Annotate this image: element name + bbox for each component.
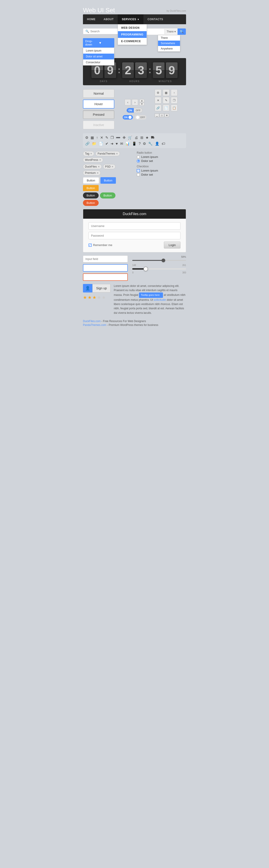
nav-item-services[interactable]: SERVICES ▼ Web design Programming E-comm… (118, 14, 143, 24)
search-dropdown-item-3[interactable]: Anywhere (158, 46, 180, 51)
search-dropdown-item-1[interactable]: There (158, 35, 180, 40)
icon-print[interactable]: 🖨 (135, 136, 138, 140)
icon-star[interactable]: ★ (145, 135, 148, 140)
slider-1-knob[interactable] (162, 258, 165, 262)
radio-option-2[interactable]: Dolor set (137, 159, 186, 163)
footer-link-2[interactable]: PandaThemes.com (83, 323, 106, 327)
down-button[interactable]: ▼ (139, 102, 144, 106)
input-normal[interactable] (83, 255, 128, 262)
search-select[interactable]: There ▾ (165, 29, 177, 34)
arrow-left-button[interactable]: ‹ (125, 99, 131, 105)
dropdown-item-3[interactable]: Consectetur (83, 59, 114, 65)
input-focused[interactable]: Focused (83, 264, 128, 272)
icon-upload-btn[interactable]: ↑ (171, 89, 177, 96)
minimize-btn[interactable]: _ (155, 114, 159, 117)
icon-user[interactable]: 👤 (155, 142, 159, 146)
icon-truck[interactable]: ⛟ (151, 136, 155, 140)
slider-2-track[interactable] (132, 268, 186, 270)
tag-x-icon-4[interactable]: ✕ (98, 165, 100, 168)
tag-tag[interactable]: Tag ✕ (83, 151, 94, 156)
search-input-1[interactable] (90, 30, 119, 33)
icon-close-btn[interactable]: ✕ (155, 97, 161, 104)
icon-help[interactable]: ? (139, 142, 141, 146)
tag-x-icon-5[interactable]: ✕ (111, 165, 113, 168)
icon-mobile[interactable]: 📱 (132, 142, 136, 146)
dropdown-item-1[interactable]: Lorem ipsum (83, 48, 114, 54)
tag-wordpress[interactable]: WordPress ✕ (83, 157, 103, 162)
btn-blue-1[interactable]: Button (100, 177, 116, 184)
username-input[interactable] (89, 222, 180, 230)
icon-file[interactable]: 📄 (99, 142, 103, 146)
tooltip-link[interactable]: sollicitudin (154, 298, 166, 302)
remember-me-row[interactable]: ✓ Remember me (89, 243, 112, 247)
dropdown-item-ecommerce[interactable]: E-commerce (118, 38, 146, 44)
up-button[interactable]: ▲ (139, 99, 144, 102)
icon-x[interactable]: ✕ (100, 135, 103, 140)
search-button[interactable]: 🔍 (177, 29, 186, 35)
icon-chain[interactable]: 🔗 (85, 142, 90, 146)
icon-mail[interactable]: ✉ (120, 142, 123, 146)
icon-wrench[interactable]: 🔧 (148, 142, 153, 146)
radio-input-1[interactable] (137, 155, 140, 159)
btn-white-1[interactable]: Button (83, 177, 99, 184)
icon-doc-btn[interactable]: 📄 (163, 104, 169, 111)
checkbox-input-2[interactable] (137, 173, 140, 176)
icon-chart[interactable]: 📊 (125, 142, 130, 146)
star-4[interactable]: ★ (97, 295, 101, 300)
search-box-1[interactable]: 🔍 (83, 28, 121, 34)
radio-option-1[interactable]: Lorem ipsum (137, 155, 186, 159)
icon-pencil[interactable]: ✎ (105, 135, 108, 140)
password-input[interactable] (89, 232, 180, 239)
checkbox-option-2[interactable]: Dolor set (137, 173, 186, 176)
icon-arrow-right[interactable]: ➜ (110, 142, 113, 146)
slider-1-track[interactable] (132, 260, 186, 261)
star-2[interactable]: ★ (88, 295, 92, 300)
icon-link-btn[interactable]: 🔗 (155, 104, 161, 111)
tag-x-icon-2[interactable]: ✕ (116, 152, 118, 155)
icon-cart[interactable]: 🛒 (128, 135, 132, 140)
star-5[interactable]: ★ (102, 295, 106, 300)
close-win-btn[interactable]: ✕ (165, 114, 169, 117)
tag-premium[interactable]: Premium ✕ (83, 170, 101, 176)
icon-check[interactable]: ✔ (105, 142, 108, 146)
icon-edit-btn[interactable]: ✎ (163, 97, 169, 104)
tag-x-icon[interactable]: ✕ (90, 152, 92, 155)
login-button[interactable]: Login (164, 242, 180, 249)
btn-green-2[interactable]: Button (100, 192, 116, 198)
tag-psd[interactable]: PSD ✕ (103, 164, 116, 169)
tag-x-icon-6[interactable]: ✕ (97, 172, 99, 175)
icon-download[interactable]: ⊞ (140, 135, 143, 140)
radio-input-2[interactable] (137, 159, 140, 163)
tag-pandathemes[interactable]: PandaThemes ✕ (96, 151, 120, 156)
icon-upload[interactable]: ↑ (96, 136, 98, 140)
search-dropdown-item-2[interactable]: Somewhere (158, 40, 180, 46)
tag-duckfiles[interactable]: DuckFiles ✕ (83, 164, 102, 169)
star-3[interactable]: ★ (92, 295, 96, 300)
signup-button[interactable]: Sign up (92, 284, 110, 292)
icon-plus[interactable]: ✙ (123, 135, 126, 140)
checkbox-input-1[interactable]: ✓ (137, 169, 140, 172)
button-pressed[interactable]: Pressed (83, 110, 114, 119)
icon-settings[interactable]: ⚙ (85, 135, 88, 140)
nav-item-home[interactable]: HOME (83, 14, 100, 24)
icon-copy-btn[interactable]: ❐ (171, 97, 177, 104)
slider-2-knob[interactable] (143, 267, 148, 271)
nav-item-about[interactable]: ABOUT (100, 14, 118, 24)
btn-dark-2[interactable]: Button (83, 192, 99, 198)
toggle-on-off[interactable]: ON OFF (127, 108, 143, 113)
toggle-off-inactive[interactable]: OFF (135, 115, 146, 120)
icon-folder[interactable]: 📁 (92, 142, 96, 146)
dropdown-item-webdesign[interactable]: Web design (118, 25, 146, 31)
button-normal[interactable]: Normal (83, 89, 114, 98)
icon-gear2[interactable]: ⚙ (143, 142, 146, 146)
maximize-btn[interactable]: □ (160, 114, 164, 117)
icon-copy2-btn[interactable]: 📋 (171, 104, 177, 111)
icon-duplicate[interactable]: ❐ (110, 135, 114, 140)
input-invalid[interactable]: Invalid (83, 273, 128, 281)
icon-grid-btn[interactable]: ▦ (163, 89, 169, 96)
button-hover[interactable]: Hover (83, 100, 114, 108)
icon-tag[interactable]: 🏷 (162, 142, 165, 146)
icon-heart[interactable]: ♥ (116, 142, 118, 146)
tag-x-icon-3[interactable]: ✕ (99, 159, 101, 161)
toggle-on-active[interactable]: ON (123, 115, 133, 120)
